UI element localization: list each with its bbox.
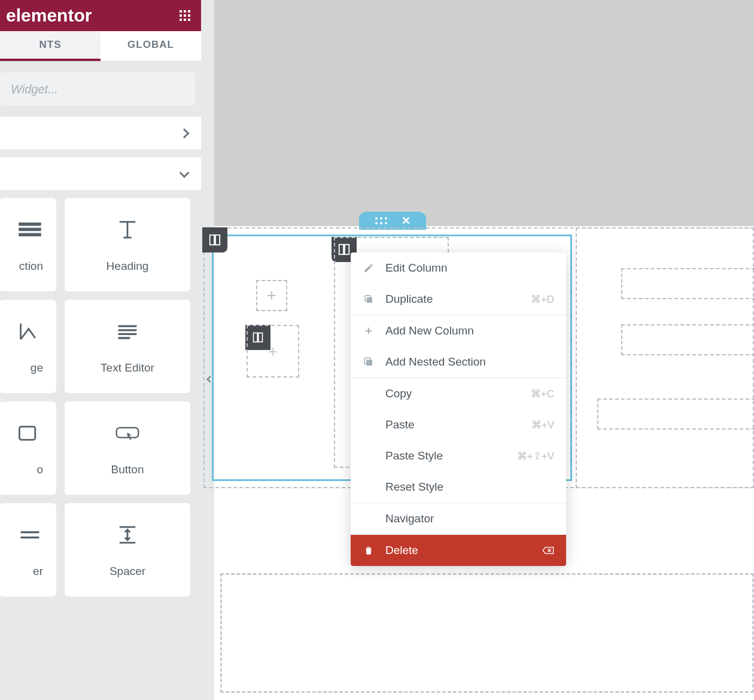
widget-label: er: [33, 565, 43, 578]
widget-heading[interactable]: Heading: [65, 198, 190, 291]
widget-button[interactable]: Button: [65, 401, 190, 495]
chevron-down-icon: [180, 168, 190, 178]
search-container: [0, 62, 201, 117]
chevron-right-icon: [180, 128, 190, 138]
widget-divider[interactable]: er: [0, 503, 56, 596]
widget-label: Text Editor: [101, 361, 154, 375]
duplicate-icon: [363, 294, 375, 305]
widget-placeholder[interactable]: [597, 398, 754, 430]
svg-rect-2: [19, 234, 40, 236]
columns-icon: [208, 233, 221, 246]
menu-copy[interactable]: Copy ⌘+C: [351, 378, 566, 409]
spacer-icon: [114, 522, 141, 548]
widget-label: Spacer: [110, 565, 145, 578]
menu-delete[interactable]: Delete: [351, 535, 566, 566]
add-section-placeholder[interactable]: [220, 573, 754, 693]
sidebar-header: elementor: [0, 0, 201, 31]
svg-rect-5: [210, 235, 214, 245]
widget-label: ction: [19, 260, 43, 273]
menu-edit-column[interactable]: Edit Column: [351, 252, 566, 284]
menu-add-nested-section[interactable]: Add Nested Section: [351, 346, 566, 378]
widget-text-editor[interactable]: Text Editor: [65, 300, 190, 393]
close-icon[interactable]: ✕: [402, 214, 411, 227]
widget-image[interactable]: ge: [0, 300, 56, 393]
menu-paste-style[interactable]: Paste Style ⌘+⇧+V: [351, 440, 566, 471]
image-icon: [17, 318, 43, 345]
heading-icon: [114, 217, 141, 243]
pencil-icon: [363, 263, 375, 273]
widget-placeholder[interactable]: [621, 268, 754, 299]
svg-rect-11: [367, 297, 372, 303]
menu-paste[interactable]: Paste ⌘+V: [351, 409, 566, 440]
widget-label: ge: [31, 361, 43, 375]
svg-rect-1: [19, 229, 40, 230]
sidebar-tabs: NTS GLOBAL: [0, 31, 201, 62]
svg-rect-0: [19, 223, 40, 225]
sidebar: elementor NTS GLOBAL ction Heading: [0, 0, 201, 700]
elementor-logo: elementor: [6, 5, 92, 26]
svg-rect-6: [215, 235, 220, 245]
apps-grid-icon[interactable]: [180, 10, 190, 21]
tab-global[interactable]: GLOBAL: [101, 31, 201, 61]
divider-icon: [17, 522, 43, 548]
section-icon: [363, 357, 375, 367]
tab-elements[interactable]: NTS: [0, 31, 101, 61]
widget-inner-section[interactable]: ction: [0, 198, 56, 291]
plus-icon: [363, 326, 375, 336]
column-handle-left[interactable]: [202, 227, 227, 252]
menu-add-new-column[interactable]: Add New Column: [351, 315, 566, 346]
menu-reset-style[interactable]: Reset Style: [351, 471, 566, 503]
text-editor-icon: [114, 318, 141, 345]
column-context-menu: Edit Column Duplicate ⌘+D Add New Column…: [351, 252, 566, 566]
menu-duplicate[interactable]: Duplicate ⌘+D: [351, 284, 566, 315]
widget-placeholder[interactable]: [621, 324, 754, 355]
accordion-expanded[interactable]: [0, 157, 201, 191]
widget-video[interactable]: o: [0, 401, 56, 495]
button-icon: [114, 420, 141, 446]
svg-rect-3: [19, 427, 35, 440]
add-widget-placeholder-inner[interactable]: +: [259, 337, 287, 366]
widget-label: o: [37, 463, 43, 476]
drag-handle-icon[interactable]: [375, 217, 387, 224]
columns-icon: [17, 217, 43, 243]
widget-label: Button: [111, 463, 144, 476]
column-placeholder-right[interactable]: [576, 227, 754, 488]
search-input[interactable]: [0, 72, 195, 106]
accordion-collapsed[interactable]: [0, 117, 201, 150]
trash-icon: [363, 545, 375, 556]
menu-navigator[interactable]: Navigator: [351, 503, 566, 534]
add-widget-placeholder[interactable]: +: [256, 280, 287, 311]
widget-label: Heading: [107, 260, 149, 273]
delete-key-icon: [542, 544, 554, 556]
svg-rect-13: [366, 360, 372, 366]
svg-rect-4: [117, 428, 139, 438]
canvas-placeholder-block: [214, 0, 754, 226]
widgets-panel: ction Heading ge Text Editor o: [0, 198, 201, 596]
widget-spacer[interactable]: Spacer: [65, 503, 190, 596]
video-icon: [17, 420, 43, 446]
